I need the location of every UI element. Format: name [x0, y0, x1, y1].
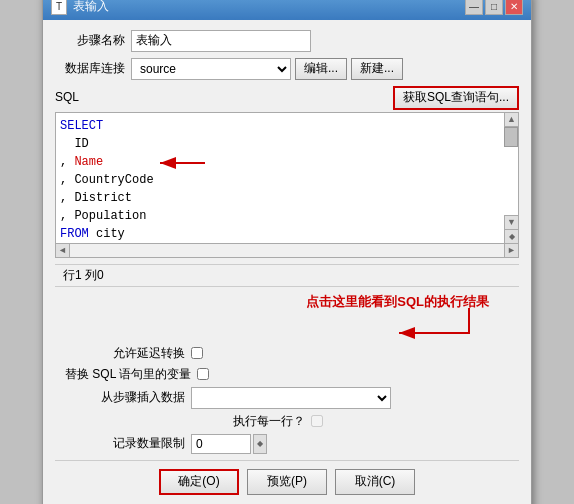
annotation-area: 点击这里能看到SQL的执行结果: [55, 293, 519, 343]
sql-header: SQL 获取SQL查询语句...: [55, 86, 519, 110]
record-limit-input[interactable]: [191, 434, 251, 454]
status-text: 行1 列0: [63, 268, 104, 282]
exec-each-row: 执行每一行？: [65, 413, 509, 430]
sql-hscrollbar[interactable]: ◄ ►: [55, 244, 519, 258]
sql-label: SQL: [55, 90, 79, 104]
district-arrow: [150, 148, 210, 178]
exec-each-label: 执行每一行？: [185, 413, 305, 430]
scroll-down-arrow[interactable]: ▼: [504, 215, 518, 229]
scroll-right-arrow[interactable]: ►: [504, 243, 518, 257]
replace-vars-row: 替换 SQL 语句里的变量: [65, 366, 509, 383]
scroll-up-arrow[interactable]: ▲: [504, 113, 518, 127]
edit-button[interactable]: 编辑...: [295, 58, 347, 80]
preview-button[interactable]: 预览(P): [247, 469, 327, 495]
close-button[interactable]: ✕: [505, 0, 523, 15]
db-conn-select[interactable]: source: [131, 58, 291, 80]
window-title: 表输入: [73, 0, 109, 15]
record-limit-label: 记录数量限制: [65, 435, 185, 452]
replace-vars-checkbox[interactable]: [197, 368, 209, 380]
window-icon: T: [51, 0, 67, 15]
step-name-label: 步骤名称: [55, 32, 125, 49]
scroll-corner: ◆: [504, 229, 518, 243]
confirm-button[interactable]: 确定(O): [159, 469, 239, 495]
exec-each-checkbox[interactable]: [311, 415, 323, 427]
minimize-button[interactable]: —: [465, 0, 483, 15]
sql-editor[interactable]: SELECT ID , Name , CountryCode , Distric…: [56, 113, 518, 243]
db-conn-controls: source 编辑... 新建...: [131, 58, 403, 80]
insert-step-select[interactable]: [191, 387, 391, 409]
db-conn-label: 数据库连接: [55, 60, 125, 77]
bottom-buttons: 确定(O) 预览(P) 取消(C): [55, 460, 519, 501]
record-limit-row: 记录数量限制 ◆: [65, 434, 509, 454]
replace-vars-label: 替换 SQL 语句里的变量: [65, 366, 191, 383]
scrollbar-thumb-v[interactable]: [504, 127, 518, 147]
step-name-input[interactable]: [131, 30, 311, 52]
fetch-sql-button[interactable]: 获取SQL查询语句...: [393, 86, 519, 110]
annotation-arrow: [389, 303, 509, 353]
maximize-button[interactable]: □: [485, 0, 503, 15]
sql-editor-wrapper: SELECT ID , Name , CountryCode , Distric…: [55, 112, 519, 244]
db-conn-row: 数据库连接 source 编辑... 新建...: [55, 58, 519, 80]
titlebar: T 表输入 — □ ✕: [43, 0, 531, 20]
cancel-button[interactable]: 取消(C): [335, 469, 415, 495]
content-area: 步骤名称 数据库连接 source 编辑... 新建... SQL 获取SQL查…: [43, 20, 531, 505]
scroll-left-arrow[interactable]: ◄: [56, 243, 70, 257]
insert-step-row: 从步骤插入数据: [65, 387, 509, 409]
options-section: 允许延迟转换 替换 SQL 语句里的变量 从步骤插入数据 执行每一行？ 记录数量…: [55, 345, 519, 454]
titlebar-controls[interactable]: — □ ✕: [465, 0, 523, 15]
allow-lazy-checkbox[interactable]: [191, 347, 203, 359]
status-bar: 行1 列0: [55, 264, 519, 287]
allow-lazy-label: 允许延迟转换: [65, 345, 185, 362]
sql-section: SQL 获取SQL查询语句... SELECT ID , Name , Coun…: [55, 86, 519, 258]
new-button[interactable]: 新建...: [351, 58, 403, 80]
titlebar-left: T 表输入: [51, 0, 109, 15]
record-limit-scroll[interactable]: ◆: [253, 434, 267, 454]
insert-step-label: 从步骤插入数据: [65, 389, 185, 406]
main-window: T 表输入 — □ ✕ 步骤名称 数据库连接 source 编辑... 新建..…: [42, 0, 532, 504]
step-name-row: 步骤名称: [55, 30, 519, 52]
